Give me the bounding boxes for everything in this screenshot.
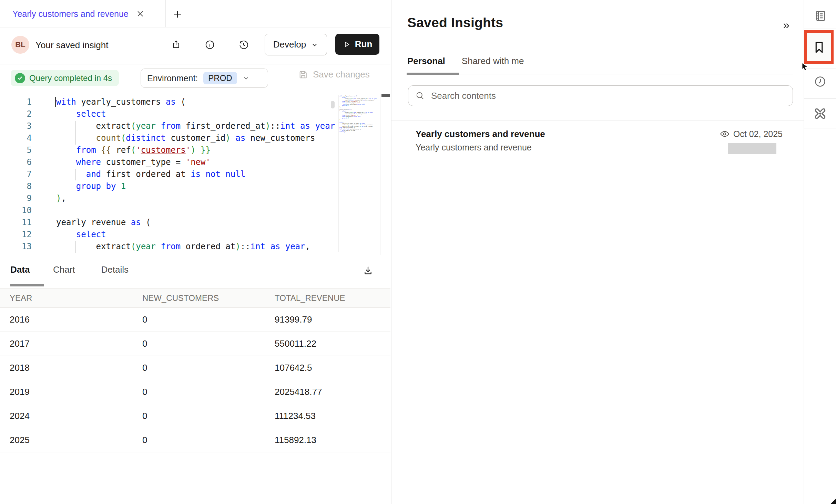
loading-skeleton: [728, 143, 776, 154]
editor-code[interactable]: with yearly_customers as ( select extrac…: [56, 96, 336, 253]
environment-select[interactable]: Environment: PROD: [141, 69, 268, 88]
editor-scrollbar-thumb[interactable]: [331, 101, 335, 108]
notebook-icon[interactable]: [813, 9, 827, 23]
avatar: BL: [11, 36, 29, 54]
save-changes-button[interactable]: Save changes: [298, 69, 370, 80]
sidebar-divider: [804, 69, 836, 69]
minimap-line: coalesce(yc.new_customers, 0) as new_cus…: [339, 124, 381, 126]
code-line[interactable]: extract(year from ordered_at)::int as ye…: [56, 241, 336, 253]
sql-editor[interactable]: 12345678910111213 with yearly_customers …: [0, 94, 390, 255]
code-line[interactable]: count(distinct customer_id) as new_custo…: [56, 132, 336, 144]
environment-value-chip: PROD: [203, 72, 237, 84]
clock-icon[interactable]: [814, 75, 827, 88]
code-line[interactable]: group by 1: [56, 180, 336, 192]
editor-minimap[interactable]: with yearly_customers as ( select extrac…: [338, 95, 381, 252]
bookmark-icon: [812, 40, 826, 54]
search-icon: [415, 91, 425, 101]
code-line[interactable]: from {{ ref('customers') }}: [56, 144, 336, 156]
minimap-line: group by 1: [339, 117, 381, 119]
line-number: 13: [0, 241, 32, 253]
table-cell: 2025418.77: [275, 380, 390, 404]
minimap-line: sum(order_total) as total_revenue: [339, 113, 381, 115]
minimap-line: order by 1: [339, 131, 381, 133]
code-line[interactable]: select: [56, 229, 336, 241]
run-button[interactable]: Run: [335, 34, 379, 55]
minimap-line: select: [339, 111, 381, 112]
mouse-cursor: [802, 63, 808, 70]
code-line[interactable]: [56, 204, 336, 217]
new-tab-button[interactable]: [172, 9, 183, 19]
app-window: Yearly customers and revenue BL Your sav…: [0, 0, 836, 504]
minimap-line: ): [339, 119, 381, 120]
share-icon[interactable]: [171, 40, 181, 49]
saved-insight-label: Your saved insight: [35, 40, 109, 51]
insight-item-meta: Oct 02, 2025: [720, 129, 783, 139]
query-status-badge: Query completed in 4s: [11, 70, 119, 86]
indent-guide: [75, 241, 76, 253]
tab-title: Yearly customers and revenue: [12, 9, 129, 19]
collapse-panel-icon[interactable]: [780, 20, 792, 32]
editor-scrollbar[interactable]: [380, 94, 391, 255]
results-table: YEARNEW_CUSTOMERSTOTAL_REVENUE 201609139…: [0, 288, 390, 452]
right-icon-sidebar: [804, 0, 836, 504]
minimap-line: coalesce(yr.total_revenue, 0) as total_r…: [339, 126, 381, 127]
panel-tab-track: [407, 74, 793, 74]
minimap-line: yearly_revenue as (: [339, 109, 381, 111]
develop-button[interactable]: Develop: [265, 34, 327, 55]
table-row: 201902025418.77: [0, 380, 390, 404]
code-line[interactable]: yearly_revenue as (: [56, 217, 336, 229]
code-line[interactable]: extract(year from first_ordered_at)::int…: [56, 120, 336, 132]
history-icon[interactable]: [238, 40, 249, 50]
save-icon: [298, 70, 308, 80]
table-cell: 0: [142, 428, 275, 452]
play-icon: [343, 40, 351, 49]
sidebar-divider: [804, 29, 836, 29]
panel-tabs: PersonalShared with me: [407, 56, 540, 66]
minimap-line: with yearly_customers as (: [339, 95, 381, 97]
hex-logo-icon[interactable]: [813, 106, 828, 121]
download-icon[interactable]: [363, 265, 374, 276]
table-cell: 0: [142, 356, 275, 380]
tab-yearly-customers[interactable]: Yearly customers and revenue: [0, 0, 144, 28]
code-line[interactable]: where customer_type = 'new': [56, 156, 336, 168]
column-header: YEAR: [0, 288, 142, 308]
line-number: 1: [0, 96, 32, 108]
query-status-text: Query completed in 4s: [29, 73, 112, 83]
table-cell: 2024: [0, 404, 142, 428]
line-number: 7: [0, 168, 32, 180]
search-placeholder: Search contents: [431, 91, 496, 101]
minimap-line: where ordered_at is not null: [339, 116, 381, 117]
minimap-line: full outer join yearly_revenue yr: [339, 128, 381, 130]
close-icon[interactable]: [136, 10, 144, 18]
results-table-body: 2016091399.7920170550011.2220180107642.5…: [0, 308, 390, 452]
code-line[interactable]: and first_ordered_at is not null: [56, 168, 336, 180]
table-row: 20170550011.22: [0, 332, 390, 356]
editor-gutter: 12345678910111213: [0, 96, 32, 253]
results-tab-details[interactable]: Details: [101, 264, 129, 275]
minimap-line: select: [339, 97, 381, 98]
panel-tab-personal[interactable]: Personal: [407, 56, 446, 66]
minimap-line: [339, 108, 381, 109]
table-cell: 2025: [0, 428, 142, 452]
status-row: Query completed in 4s Environment: PROD …: [0, 64, 390, 93]
panel-tab-shared-with-me[interactable]: Shared with me: [461, 56, 525, 66]
saved-insights-sidebar-button[interactable]: [804, 30, 834, 64]
minimap-slider[interactable]: [381, 94, 390, 97]
line-number: 2: [0, 108, 32, 120]
column-header: NEW_CUSTOMERS: [142, 288, 275, 308]
insight-item-subtitle: Yearly customers and revenue: [416, 143, 532, 153]
results-tab-data[interactable]: Data: [10, 264, 30, 275]
minimap-line: from {{ ref('customers') }}: [339, 101, 381, 102]
table-cell: 111234.53: [275, 404, 390, 428]
code-line[interactable]: with yearly_customers as (: [56, 96, 336, 108]
results-tab-chart[interactable]: Chart: [53, 264, 75, 275]
table-cell: 115892.13: [275, 428, 390, 452]
column-header: TOTAL_REVENUE: [275, 288, 390, 308]
minimap-line: coalesce(yc.year, yr.year) as year,: [339, 123, 381, 124]
code-line[interactable]: ),: [56, 192, 336, 204]
search-input[interactable]: Search contents: [408, 85, 793, 106]
sidebar-divider: [804, 128, 836, 128]
code-line[interactable]: select: [56, 108, 336, 120]
info-icon[interactable]: [205, 40, 215, 50]
list-item[interactable]: Yearly customers and revenue Oct 02, 202…: [391, 125, 804, 162]
